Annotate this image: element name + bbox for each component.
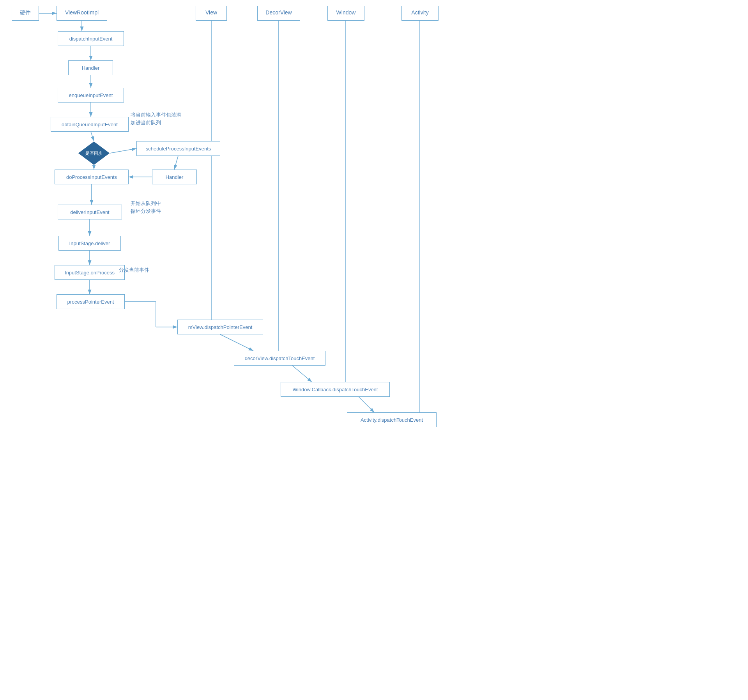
diamond-isSync: 是否同步 bbox=[78, 141, 110, 165]
box-obtainQueuedInputEvent: obtainQueuedInputEvent bbox=[51, 117, 129, 132]
col-viewrootimpl: ViewRootImpl bbox=[57, 6, 107, 21]
box-inputStageOnProcess: InputStage.onProcess bbox=[55, 265, 125, 280]
diagram-container: 硬件 ViewRootImpl View DecorView Window Ac… bbox=[0, 0, 748, 700]
box-inputStageDeliver: InputStage.deliver bbox=[58, 236, 121, 251]
box-decorViewDispatchTouchEvent: decorView.dispatchTouchEvent bbox=[234, 351, 325, 366]
box-dispatchInputEvent: dispatchInputEvent bbox=[58, 31, 124, 46]
box-windowCallbackDispatchTouchEvent: Window.Callback.dispatchTouchEvent bbox=[281, 382, 390, 397]
box-handler1: Handler bbox=[68, 60, 113, 75]
annotation-1: 将当前输入事件包装添 加进当前队列 bbox=[131, 111, 181, 126]
box-deliverInputEvent: deliverInputEvent bbox=[58, 205, 122, 219]
svg-line-8 bbox=[174, 156, 178, 170]
col-view: View bbox=[196, 6, 227, 21]
col-yingjian: 硬件 bbox=[12, 6, 39, 21]
svg-line-6 bbox=[91, 132, 94, 141]
svg-line-19 bbox=[292, 366, 312, 382]
col-window: Window bbox=[327, 6, 364, 21]
annotation-2: 开始从队列中 循环分发事件 bbox=[131, 200, 161, 215]
svg-line-20 bbox=[359, 397, 374, 412]
col-decorview: DecorView bbox=[257, 6, 300, 21]
box-processPointerEvent: processPointerEvent bbox=[57, 294, 125, 309]
box-scheduleProcessInputEvents: scheduleProcessInputEvents bbox=[136, 141, 220, 156]
arrows-layer bbox=[0, 0, 748, 700]
col-activity: Activity bbox=[401, 6, 439, 21]
box-activityDispatchTouchEvent: Activity.dispatchTouchEvent bbox=[347, 412, 437, 427]
box-mViewDispatchPointerEvent: mView.dispatchPointerEvent bbox=[177, 320, 263, 334]
svg-line-18 bbox=[220, 334, 253, 351]
annotation-3: 分发当前事件 bbox=[119, 266, 149, 274]
box-doProcessInputEvents: doProcessInputEvents bbox=[55, 170, 129, 184]
svg-line-7 bbox=[110, 148, 136, 153]
box-handler2: Handler bbox=[152, 170, 197, 184]
box-enqueueInputEvent: enqueueInputEvent bbox=[58, 88, 124, 103]
